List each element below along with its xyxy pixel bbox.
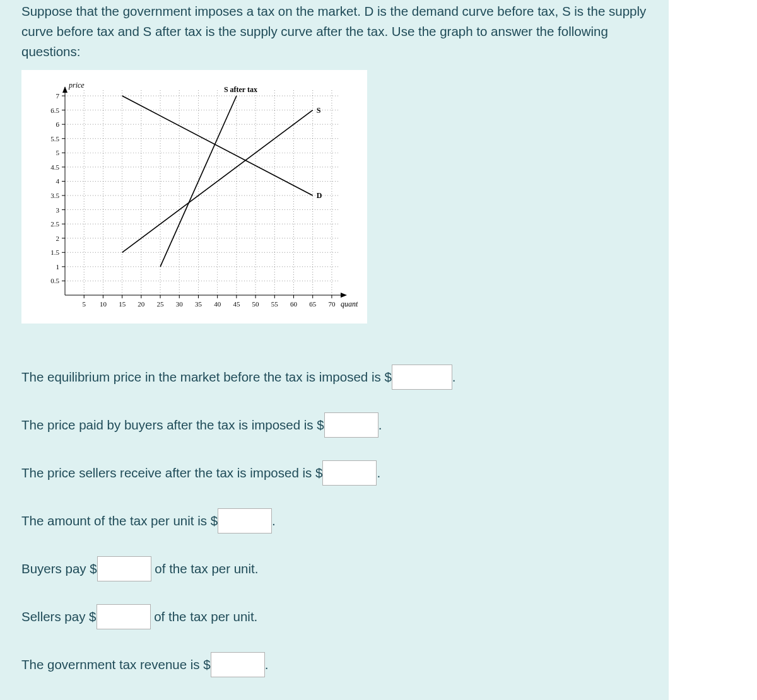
q4-post: . xyxy=(272,511,276,531)
q2-pre: The price paid by buyers after the tax i… xyxy=(21,415,324,435)
svg-text:2: 2 xyxy=(56,235,60,242)
q6-line: Sellers pay $ of the tax per unit. xyxy=(21,604,647,629)
question-intro: Suppose that the government imposes a ta… xyxy=(21,0,647,61)
q5-post: of the tax per unit. xyxy=(151,559,259,579)
q5-input[interactable] xyxy=(97,556,151,581)
q3-pre: The price sellers receive after the tax … xyxy=(21,463,322,483)
q2-input[interactable] xyxy=(324,412,378,438)
q1-line: The equilibrium price in the market befo… xyxy=(21,365,647,390)
q7-post: . xyxy=(265,655,269,675)
svg-text:20: 20 xyxy=(138,300,145,308)
svg-text:3: 3 xyxy=(56,206,60,214)
svg-text:70: 70 xyxy=(328,300,336,308)
q5-pre: Buyers pay $ xyxy=(21,559,97,579)
svg-text:2.5: 2.5 xyxy=(50,220,59,228)
svg-text:3.5: 3.5 xyxy=(50,192,59,199)
svg-text:45: 45 xyxy=(233,300,240,308)
svg-text:1: 1 xyxy=(56,263,60,271)
q6-post: of the tax per unit. xyxy=(151,607,258,627)
svg-text:30: 30 xyxy=(176,300,184,308)
svg-text:S: S xyxy=(317,106,321,115)
svg-text:D: D xyxy=(317,191,322,200)
q4-line: The amount of the tax per unit is $ . xyxy=(21,508,647,534)
q2-post: . xyxy=(378,415,382,435)
q5-line: Buyers pay $ of the tax per unit. xyxy=(21,556,647,581)
svg-text:40: 40 xyxy=(214,300,221,308)
svg-text:5.5: 5.5 xyxy=(50,135,59,143)
q3-line: The price sellers receive after the tax … xyxy=(21,460,647,486)
q1-post: . xyxy=(452,367,456,387)
svg-text:15: 15 xyxy=(119,300,126,308)
chart-container: price0.511.522.533.544.555.566.575101520… xyxy=(21,70,367,324)
q3-input[interactable] xyxy=(322,460,377,486)
q6-pre: Sellers pay $ xyxy=(21,607,97,627)
page-root: Suppose that the government imposes a ta… xyxy=(0,0,757,700)
q2-line: The price paid by buyers after the tax i… xyxy=(21,412,647,438)
svg-text:5: 5 xyxy=(56,149,60,157)
q4-input[interactable] xyxy=(218,508,272,534)
q3-post: . xyxy=(377,463,380,483)
supply-demand-chart: price0.511.522.533.544.555.566.575101520… xyxy=(30,78,358,317)
svg-text:10: 10 xyxy=(100,300,107,308)
q7-line: The government tax revenue is $ . xyxy=(21,652,647,677)
svg-text:quantity: quantity xyxy=(341,300,358,308)
svg-text:1.5: 1.5 xyxy=(50,249,59,257)
svg-text:price: price xyxy=(68,81,85,90)
q7-pre: The government tax revenue is $ xyxy=(21,655,211,675)
svg-text:7: 7 xyxy=(56,92,60,100)
svg-text:50: 50 xyxy=(252,300,260,308)
svg-text:6: 6 xyxy=(56,120,60,128)
svg-text:0.5: 0.5 xyxy=(50,277,59,285)
svg-text:55: 55 xyxy=(271,300,279,308)
question-panel: Suppose that the government imposes a ta… xyxy=(0,0,669,700)
svg-text:5: 5 xyxy=(82,300,86,308)
svg-text:35: 35 xyxy=(195,300,202,308)
svg-text:60: 60 xyxy=(290,300,298,308)
q1-pre: The equilibrium price in the market befo… xyxy=(21,367,392,387)
svg-text:65: 65 xyxy=(309,300,317,308)
svg-text:4.5: 4.5 xyxy=(50,163,59,171)
svg-text:6.5: 6.5 xyxy=(50,107,59,114)
q7-input[interactable] xyxy=(211,652,265,677)
svg-marker-4 xyxy=(341,293,347,298)
svg-text:25: 25 xyxy=(157,300,165,308)
svg-marker-2 xyxy=(62,86,67,93)
q4-pre: The amount of the tax per unit is $ xyxy=(21,511,218,531)
q6-input[interactable] xyxy=(97,604,151,629)
svg-text:S after tax: S after tax xyxy=(224,85,257,94)
q1-input[interactable] xyxy=(392,365,452,390)
svg-text:4: 4 xyxy=(56,178,60,185)
